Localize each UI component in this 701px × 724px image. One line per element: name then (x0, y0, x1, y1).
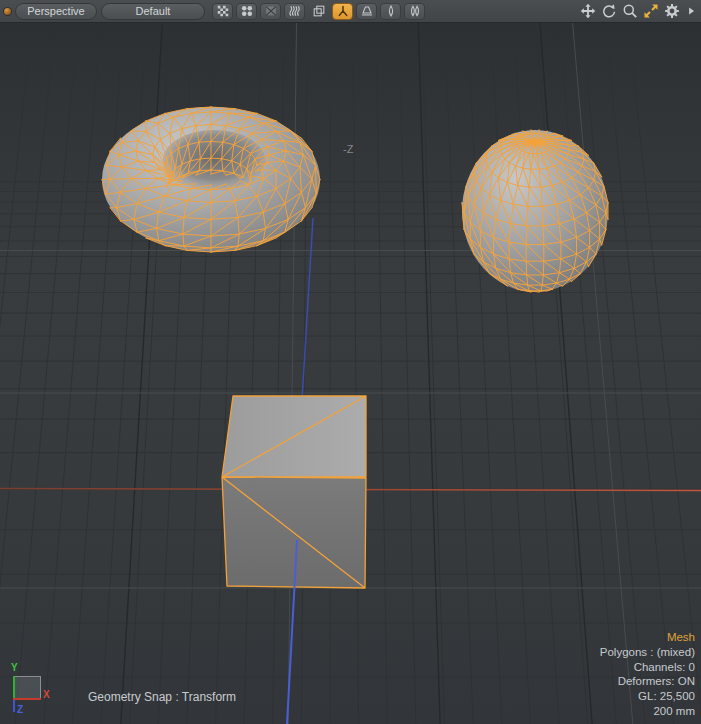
cone-light-icon (360, 4, 374, 18)
zoom-icon (622, 3, 638, 19)
viewport-background (0, 21, 701, 724)
orbit-icon (601, 3, 617, 19)
maximize-tool[interactable] (643, 3, 659, 19)
pan-icon (580, 3, 596, 19)
viewport-toolbar: Perspective Default (0, 0, 701, 23)
gizmo-x-axis-line (13, 698, 41, 700)
wireframe-waves-icon (288, 4, 302, 18)
slice-single-button[interactable] (380, 3, 401, 20)
gizmo-x-label: X (43, 689, 50, 700)
gizmo-plane (14, 676, 41, 699)
checkerboard-shading-button[interactable] (212, 3, 233, 20)
maximize-icon (643, 3, 659, 19)
texture-disabled-button[interactable] (260, 3, 281, 20)
shading-toggle-group (212, 3, 425, 20)
gizmo-y-label: Y (11, 662, 18, 673)
flyout-tool[interactable] (685, 4, 697, 18)
shading-preset-selector[interactable]: Default (101, 3, 205, 20)
sphere-array-button[interactable] (236, 3, 257, 20)
texture-disabled-icon (264, 4, 278, 18)
wireframe-waves-button[interactable] (284, 3, 305, 20)
orientation-gizmo: Y X Z (8, 658, 60, 720)
gizmo-z-label: Z (17, 704, 23, 715)
view-control-group (580, 0, 697, 22)
slice-double-icon (408, 4, 422, 18)
settings-gear-icon (664, 3, 680, 19)
settings-tool[interactable] (664, 3, 680, 19)
status-dot (4, 8, 11, 15)
orbit-tool[interactable] (601, 3, 617, 19)
viewport-3d[interactable] (0, 0, 701, 724)
view-type-selector[interactable]: Perspective (15, 3, 97, 20)
component-mode-icon (336, 4, 350, 18)
pan-tool[interactable] (580, 3, 596, 19)
slice-double-button[interactable] (404, 3, 425, 20)
zoom-tool[interactable] (622, 3, 638, 19)
component-mode-button[interactable] (332, 3, 353, 20)
cone-light-button[interactable] (356, 3, 377, 20)
sphere-array-icon (240, 4, 254, 18)
gizmo-z-axis-line (13, 700, 15, 712)
overlay-squares-button[interactable] (308, 3, 329, 20)
gizmo-y-axis-line (13, 676, 15, 698)
flyout-arrow-icon (685, 4, 697, 18)
checkerboard-icon (216, 4, 230, 18)
overlay-squares-icon (312, 4, 326, 18)
slice-single-icon (384, 4, 398, 18)
